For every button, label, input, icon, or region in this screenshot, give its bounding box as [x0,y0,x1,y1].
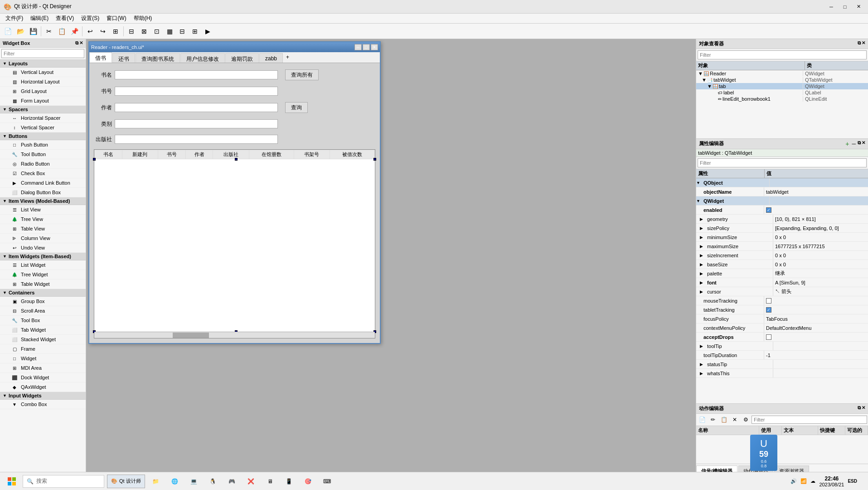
maximize-button[interactable]: □ [839,2,851,11]
widget-qax-widget[interactable]: ◆QAxWidget [0,382,86,392]
preview-button[interactable]: ▶ [202,25,213,37]
cursor-expand[interactable]: ▶ [700,289,705,294]
taskbar-icon-phone[interactable]: 📱 [281,474,297,489]
widget-dialog-button-box[interactable]: ⬜Dialog Button Box [0,188,86,197]
widget-grid-layout[interactable]: ⊞Grid Layout [0,87,86,96]
whatsthis-expand[interactable]: ▶ [700,371,705,376]
widget-tool-button[interactable]: 🔧Tool Button [0,150,86,159]
taskbar-time-date[interactable]: 22:46 2023/08/21 [819,475,844,487]
widget-list-widget[interactable]: ☰List Widget [0,260,86,270]
prop-focuspolicy-value[interactable]: TabFocus [764,316,868,322]
tab-yuqi[interactable]: 逾期罚款 [225,53,259,63]
h-scrollbar[interactable] [94,332,375,338]
tree-row-tab[interactable]: ▼ 🪟 tab QWidget [696,83,868,89]
prop-palette-value[interactable]: 继承 [773,270,868,277]
designer-close-button[interactable]: ✕ [371,44,378,50]
taskbar-speaker-icon[interactable]: 🔊 [790,478,797,484]
widget-box-close-icon[interactable]: ✕ [79,40,83,46]
widget-box-float-icon[interactable]: ⧉ [75,40,78,46]
category-spacers[interactable]: Spacers [0,106,86,113]
open-button[interactable]: 📂 [15,25,26,37]
widget-stacked-widget[interactable]: ⬜Stacked Widget [0,335,86,344]
selection-handle-tm[interactable] [235,158,238,161]
acceptdrops-checkbox[interactable] [766,334,771,340]
category-buttons[interactable]: Buttons [0,132,86,140]
prop-font-value[interactable]: A [SimSun, 9] [773,280,868,285]
prop-tooltipduration-value[interactable]: -1 [764,353,868,358]
widget-horizontal-layout[interactable]: ▥Horizontal Layout [0,77,86,87]
input-publisher[interactable] [115,135,278,144]
tab-add-button[interactable]: + [283,52,292,63]
prop-minimumsize-value[interactable]: 0 x 0 [773,235,868,240]
taskbar-icon-red[interactable]: ❌ [243,474,259,489]
obj-inspector-float-icon[interactable]: ⧉ [858,40,861,47]
taskbar-icon-games[interactable]: 🎮 [224,474,240,489]
prop-add-button[interactable]: + [844,140,850,147]
font-expand[interactable]: ▶ [700,280,705,285]
selection-handle-tr[interactable] [373,158,376,161]
category-item-widgets[interactable]: Item Widgets (Item-Based) [0,253,86,260]
widget-scroll-area[interactable]: ⊟Scroll Area [0,306,86,316]
qobject-expand[interactable]: ▼ [696,181,702,185]
taskbar-icon-penguin[interactable]: 🐧 [205,474,221,489]
prop-sizeincrement-value[interactable]: 0 x 0 [773,253,868,258]
taskbar-icon-edge[interactable]: 🌐 [167,474,183,489]
start-button[interactable] [4,474,20,489]
taskbar-icon-files[interactable]: 📁 [148,474,164,489]
align-right-button[interactable]: ⊠ [138,25,150,37]
widget-widget[interactable]: □Widget [0,354,86,363]
tree-row-lineedit[interactable]: ✏ lineEdit_borrowbook1 QLineEdit [696,96,868,102]
tab-zabb[interactable]: zabb [259,53,283,63]
tree-row-label[interactable]: 🏷 label QLabel [696,89,868,96]
widget-radio-button[interactable]: ◎Radio Button [0,159,86,169]
sizeincrement-expand[interactable]: ▶ [700,253,705,258]
undo-button[interactable]: ↩ [84,25,96,37]
geometry-expand[interactable]: ▶ [700,217,705,221]
taskbar-icon-code[interactable]: ⌨ [319,474,335,489]
tablettracking-checkbox[interactable]: ✓ [766,307,771,313]
widget-group-box[interactable]: ▣Group Box [0,297,86,306]
input-category[interactable] [115,119,278,128]
widget-column-view[interactable]: ⫸Column View [0,234,86,243]
taskbar-icon-vm[interactable]: 🖥 [262,474,278,489]
palette-expand[interactable]: ▶ [700,271,705,276]
action-delete-button[interactable]: ✕ [730,415,740,425]
action-edit-button[interactable]: ✏ [708,415,718,425]
designer-min-button[interactable]: ─ [354,44,362,50]
query-button[interactable]: 查询 [285,102,308,113]
layout-button[interactable]: ⊞ [110,25,121,37]
menu-file[interactable]: 文件(F) [2,14,27,23]
input-bookname[interactable] [115,70,278,79]
widget-tool-box[interactable]: 🔧Tool Box [0,316,86,325]
break-layout-button[interactable]: ⊟ [176,25,188,37]
prop-geometry-value[interactable]: [10, 0), 821 × 811] [773,216,868,222]
widget-tree-widget[interactable]: 🌲Tree Widget [0,270,86,279]
menu-window[interactable]: 窗口(W) [103,14,130,23]
action-editor-close-icon[interactable]: ✕ [862,405,865,412]
action-copy-button[interactable]: 📋 [719,415,729,425]
prop-mousetracking-value[interactable] [764,298,868,304]
widget-tab-widget[interactable]: ⬜Tab Widget [0,325,86,335]
copy-button[interactable]: 📋 [56,25,68,37]
tooltip-expand[interactable]: ▶ [700,344,705,348]
widget-table-widget[interactable]: ⊞Table Widget [0,279,86,289]
prop-remove-button[interactable]: ─ [851,140,857,147]
tab-chaxun[interactable]: 查询图书系统 [136,53,180,63]
search-bar[interactable]: 🔍 搜索 [23,475,104,488]
category-input-widgets[interactable]: Input Widgets [0,392,86,400]
prop-sizepolicy-value[interactable]: [Expanding, Expanding, 0, 0] [773,225,868,231]
tree-row-reader[interactable]: ▼ 🪟 Reader QWidget [696,70,868,77]
widget-undo-view[interactable]: ↩Undo View [0,243,86,253]
prop-enabled-value[interactable]: ✓ [764,207,868,213]
adjust-size-button[interactable]: ⊞ [189,25,201,37]
menu-view[interactable]: 查看(V) [52,14,78,23]
category-item-views[interactable]: Item Views (Model-Based) [0,197,86,205]
widget-v-spacer[interactable]: ↕Vertical Spacer [0,123,86,132]
widget-tree-view[interactable]: 🌲Tree View [0,215,86,224]
prop-contextmenupolicy-value[interactable]: DefaultContextMenu [764,325,868,331]
taskbar-network-icon[interactable]: 📶 [800,478,807,484]
prop-acceptdrops-value[interactable] [764,334,868,340]
qwidget-expand[interactable]: ▼ [696,199,702,203]
statustip-expand[interactable]: ▶ [700,362,705,367]
paste-button[interactable]: 📌 [68,25,80,37]
